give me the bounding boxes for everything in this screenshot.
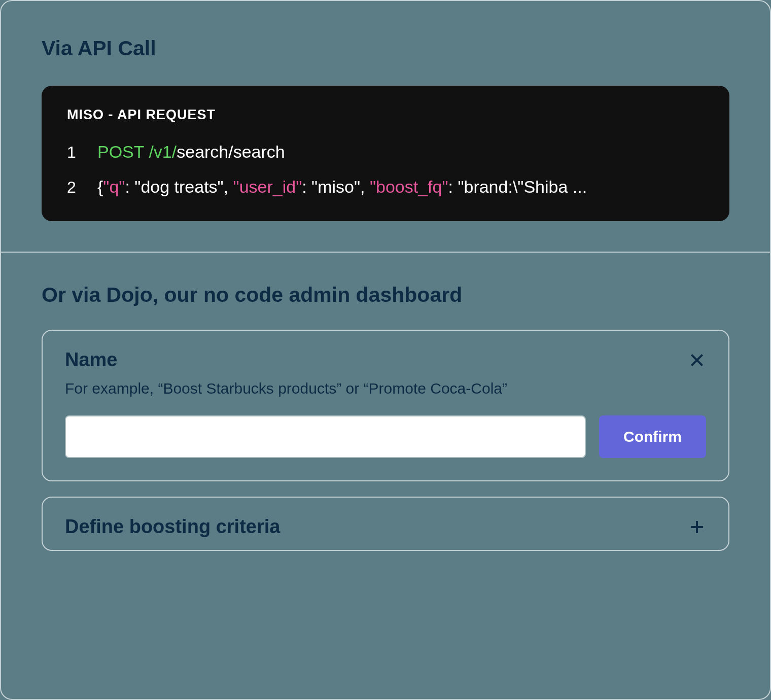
card-header: Name — [65, 349, 706, 371]
json-key: "boost_fq" — [370, 177, 448, 196]
name-card: Name For example, “Boost Starbucks produ… — [42, 330, 729, 481]
json-value: : "brand:\"Shiba ... — [448, 177, 587, 196]
line-number: 2 — [67, 178, 97, 197]
code-content: {"q": "dog treats", "user_id": "miso", "… — [97, 177, 704, 197]
confirm-button[interactable]: Confirm — [599, 415, 706, 458]
card-header: Define boosting criteria — [65, 516, 706, 538]
json-value: : "dog treats", — [125, 177, 233, 196]
main-container: Via API Call MISO - API REQUEST 1 POST /… — [0, 0, 771, 700]
json-key: "q" — [103, 177, 125, 196]
name-input[interactable] — [65, 415, 586, 458]
code-line-2: 2 {"q": "dog treats", "user_id": "miso",… — [67, 177, 704, 197]
plus-icon[interactable] — [688, 518, 706, 536]
close-icon[interactable] — [688, 351, 706, 369]
dojo-section: Or via Dojo, our no code admin dashboard… — [1, 253, 770, 571]
json-key: "user_id" — [233, 177, 302, 196]
input-row: Confirm — [65, 415, 706, 458]
name-card-title: Name — [65, 349, 118, 371]
criteria-card-title: Define boosting criteria — [65, 516, 280, 538]
json-brace: { — [97, 177, 103, 196]
name-card-hint: For example, “Boost Starbucks products” … — [65, 380, 706, 397]
code-line-1: 1 POST /v1/search/search — [67, 142, 704, 162]
api-heading: Via API Call — [42, 37, 729, 60]
http-method: POST /v1/ — [97, 142, 177, 161]
line-number: 1 — [67, 143, 97, 162]
code-block: MISO - API REQUEST 1 POST /v1/search/sea… — [42, 86, 729, 221]
criteria-card[interactable]: Define boosting criteria — [42, 497, 729, 551]
code-content: POST /v1/search/search — [97, 142, 704, 162]
http-path: search/search — [177, 142, 285, 161]
code-title: MISO - API REQUEST — [67, 107, 704, 123]
api-section: Via API Call MISO - API REQUEST 1 POST /… — [1, 1, 770, 253]
dojo-heading: Or via Dojo, our no code admin dashboard — [42, 283, 729, 307]
json-value: : "miso", — [302, 177, 370, 196]
